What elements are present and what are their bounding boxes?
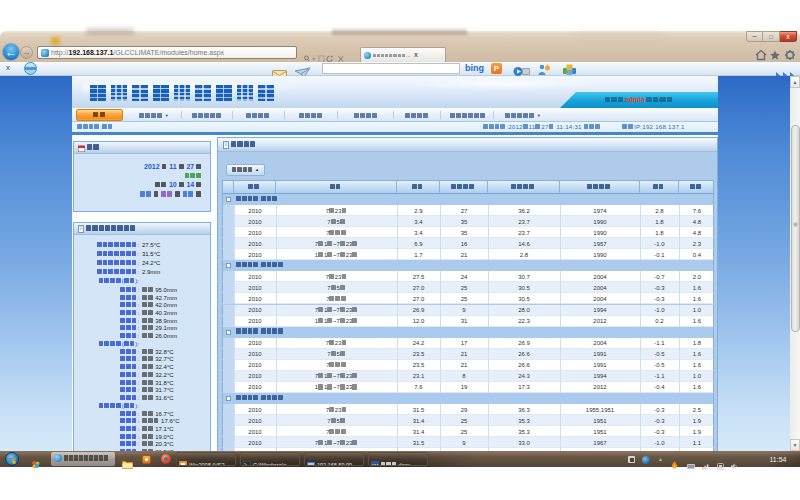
svg-text:W: W — [372, 463, 378, 467]
